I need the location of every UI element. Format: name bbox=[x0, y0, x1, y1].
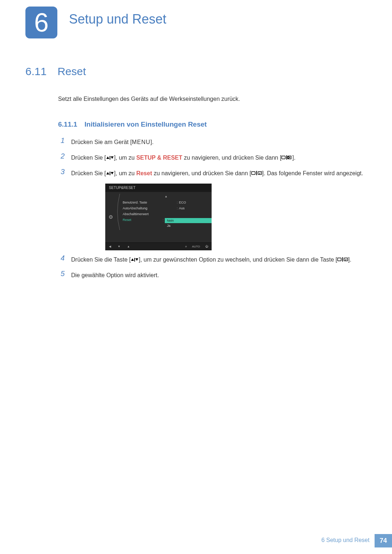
step-3: 3 Drücken Sie [], um zu Reset zu navigie… bbox=[58, 168, 367, 178]
chapter-badge: 6 bbox=[25, 7, 57, 38]
subsection-title: Initialisieren von Einstellungen Reset bbox=[85, 120, 207, 128]
svg-rect-7 bbox=[110, 172, 110, 175]
footer: 6 Setup und Reset 74 bbox=[316, 534, 392, 547]
svg-rect-8 bbox=[252, 172, 255, 175]
source-enter-icon bbox=[281, 153, 292, 163]
step-number: 4 bbox=[58, 254, 65, 262]
chapter-number: 6 bbox=[34, 8, 49, 37]
power-icon: ⏻ bbox=[205, 245, 208, 248]
step-4: 4 Drücken Sie die Taste [], um zur gewün… bbox=[58, 254, 367, 265]
step-5: 5 Die gewählte Option wird aktiviert. bbox=[58, 270, 367, 280]
osd-item: AutoAbschaltung : Aus bbox=[121, 205, 212, 211]
steps-list: 1 Drücken Sie am Gerät [MENU]. 2 Drücken… bbox=[58, 136, 367, 280]
step-number: 1 bbox=[58, 136, 65, 145]
enter-icon: ⎆ bbox=[185, 245, 187, 248]
svg-marker-0 bbox=[106, 156, 109, 159]
svg-rect-2 bbox=[110, 156, 110, 160]
step-number: 5 bbox=[58, 270, 65, 278]
content-area: 6.11 Reset Setzt alle Einstellungen des … bbox=[25, 65, 367, 285]
step-text: Drücken Sie [], um zu SETUP & RESET zu n… bbox=[71, 152, 295, 163]
up-icon: ▲ bbox=[127, 245, 130, 248]
step-number: 2 bbox=[58, 152, 65, 160]
step-text: Drücken Sie [], um zu Reset zu navigiere… bbox=[71, 168, 363, 178]
svg-marker-12 bbox=[135, 258, 138, 261]
svg-marker-11 bbox=[131, 258, 134, 261]
svg-rect-14 bbox=[338, 258, 341, 261]
footer-text: 6 Setup und Reset bbox=[316, 534, 375, 547]
setup-reset-label: SETUP & RESET bbox=[136, 155, 182, 161]
step-number: 3 bbox=[58, 168, 65, 176]
menu-button-label: MENU bbox=[132, 139, 150, 145]
reset-label: Reset bbox=[136, 170, 152, 176]
source-enter-icon bbox=[337, 255, 348, 265]
osd-item: Benutzerd. Taste : ECO bbox=[121, 200, 212, 205]
back-icon: ◀ bbox=[109, 245, 111, 248]
step-text: Die gewählte Option wird aktiviert. bbox=[71, 270, 159, 280]
svg-marker-5 bbox=[106, 172, 109, 175]
subsection-number: 6.11.1 bbox=[58, 120, 77, 128]
svg-marker-6 bbox=[111, 172, 114, 175]
svg-rect-9 bbox=[256, 171, 257, 175]
down-icon: ▼ bbox=[118, 245, 121, 248]
step-2: 2 Drücken Sie [], um zu SETUP & RESET zu… bbox=[58, 152, 367, 163]
page-title: Setup und Reset bbox=[69, 12, 166, 27]
osd-reset-yes: Ja bbox=[165, 223, 212, 228]
up-down-icon bbox=[131, 255, 139, 265]
osd-item: Abschalttimerwert bbox=[121, 211, 212, 217]
scroll-up-icon: ▲ bbox=[121, 195, 212, 198]
step-1: 1 Drücken Sie am Gerät [MENU]. bbox=[58, 136, 367, 147]
osd-reset-no: Nein bbox=[165, 218, 212, 223]
step-text: Drücken Sie am Gerät [MENU]. bbox=[71, 136, 154, 147]
gear-icon: ⚙ bbox=[109, 214, 113, 220]
intro-text: Setzt alle Einstellungen des Geräts auf … bbox=[58, 96, 367, 102]
page-number: 74 bbox=[375, 534, 392, 547]
auto-label: AUTO bbox=[192, 245, 200, 248]
svg-rect-13 bbox=[134, 258, 135, 262]
osd-reset-item: Reset : Nein Ja bbox=[121, 217, 212, 229]
svg-rect-15 bbox=[342, 257, 343, 262]
osd-arc-divider bbox=[116, 192, 121, 242]
osd-title: SETUP&RESET bbox=[105, 184, 212, 192]
section-title: Reset bbox=[57, 65, 86, 78]
osd-figure: SETUP&RESET ⚙ ▲ Benutzerd. Taste : ECO bbox=[105, 184, 212, 250]
source-enter-icon bbox=[251, 169, 262, 178]
osd-bottom-bar: ◀ ▼ ▲ ⎆ AUTO ⏻ bbox=[105, 242, 212, 250]
up-down-icon bbox=[106, 153, 114, 163]
svg-rect-3 bbox=[282, 156, 285, 159]
step-text: Drücken Sie die Taste [], um zur gewünsc… bbox=[71, 254, 351, 265]
section-number: 6.11 bbox=[25, 65, 46, 78]
up-down-icon bbox=[106, 169, 114, 178]
svg-marker-1 bbox=[111, 156, 114, 159]
